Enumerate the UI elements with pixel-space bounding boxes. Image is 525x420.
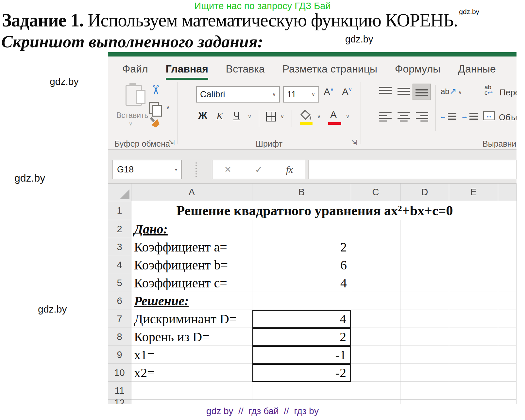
- cell-a11[interactable]: [131, 382, 252, 400]
- cell[interactable]: [351, 346, 400, 364]
- row-header[interactable]: 8: [108, 328, 131, 346]
- name-box-caret[interactable]: ▾: [175, 167, 177, 172]
- cell[interactable]: [498, 364, 517, 382]
- orientation-icon[interactable]: ab↗: [441, 86, 457, 96]
- bold-button[interactable]: Ж: [198, 110, 207, 121]
- chevron-down-icon[interactable]: ∨: [312, 91, 315, 97]
- cell[interactable]: [351, 238, 400, 256]
- cell[interactable]: [498, 238, 517, 256]
- cell[interactable]: [400, 310, 449, 328]
- align-bottom-button-selected[interactable]: [413, 84, 431, 100]
- cell[interactable]: [400, 364, 449, 382]
- copy-dropdown-caret[interactable]: ∨: [166, 105, 170, 110]
- enter-icon[interactable]: ✓: [255, 164, 262, 175]
- wrap-text-icon[interactable]: abc↩: [484, 84, 493, 95]
- cell[interactable]: [449, 220, 498, 238]
- fill-color-caret[interactable]: ∨: [317, 114, 321, 120]
- cell[interactable]: [351, 292, 400, 310]
- increase-font-icon[interactable]: А∧: [324, 86, 334, 97]
- cell[interactable]: [400, 256, 449, 274]
- cell[interactable]: [351, 274, 400, 292]
- font-color-icon[interactable]: А: [330, 109, 337, 120]
- decrease-font-icon[interactable]: А∨: [342, 86, 352, 97]
- cell[interactable]: [351, 310, 400, 328]
- cell[interactable]: [400, 238, 449, 256]
- cell[interactable]: [498, 201, 517, 220]
- cell-a5[interactable]: Коэффициент c=: [131, 274, 252, 292]
- cell[interactable]: [498, 220, 517, 238]
- column-header-d[interactable]: D: [400, 184, 449, 201]
- cell-b9[interactable]: -1: [252, 346, 351, 364]
- cell[interactable]: [449, 310, 498, 328]
- cell[interactable]: [449, 328, 498, 346]
- cut-icon[interactable]: ✂: [149, 85, 162, 95]
- cell[interactable]: [498, 310, 517, 328]
- tab-insert[interactable]: Вставка: [226, 57, 265, 82]
- cell-b5[interactable]: 4: [252, 274, 351, 292]
- row-header[interactable]: 9: [108, 346, 131, 364]
- cell[interactable]: [449, 346, 498, 364]
- paste-button[interactable]: Вставить: [116, 111, 148, 120]
- wrap-text-button[interactable]: Пере: [500, 88, 517, 98]
- cell-b8[interactable]: 2: [252, 328, 351, 346]
- cell[interactable]: [498, 292, 517, 310]
- font-dialog-launcher-icon[interactable]: ⇲: [351, 138, 357, 147]
- copy-icon[interactable]: [149, 102, 159, 114]
- decrease-indent-icon[interactable]: ←: [439, 112, 456, 121]
- cell[interactable]: [400, 292, 449, 310]
- column-header-b[interactable]: B: [252, 184, 351, 201]
- cell[interactable]: [449, 274, 498, 292]
- cell[interactable]: [449, 292, 498, 310]
- align-center-icon[interactable]: [398, 112, 410, 121]
- font-color-caret[interactable]: ∨: [346, 114, 349, 120]
- cell[interactable]: [498, 346, 517, 364]
- column-header-f[interactable]: [498, 184, 517, 201]
- merge-center-button[interactable]: Объе: [499, 112, 517, 122]
- cell[interactable]: [498, 382, 517, 400]
- row-header[interactable]: 10: [108, 364, 131, 382]
- chevron-down-icon[interactable]: ∨: [272, 91, 276, 97]
- cell[interactable]: [351, 382, 400, 400]
- clipboard-dialog-launcher-icon[interactable]: ⇲: [169, 138, 175, 147]
- cell[interactable]: [131, 400, 252, 404]
- cell[interactable]: [351, 220, 400, 238]
- cell[interactable]: [400, 400, 449, 404]
- row-header[interactable]: 1: [108, 201, 131, 220]
- select-all-corner[interactable]: [108, 184, 131, 201]
- cell[interactable]: [449, 256, 498, 274]
- column-header-c[interactable]: C: [351, 184, 400, 201]
- tab-home[interactable]: Главная: [166, 57, 208, 82]
- cell[interactable]: [498, 256, 517, 274]
- font-size-combo[interactable]: 11∨: [283, 86, 319, 103]
- borders-dropdown-caret[interactable]: ∨: [280, 114, 284, 120]
- italic-button[interactable]: К: [216, 110, 223, 121]
- cell[interactable]: [400, 346, 449, 364]
- cell[interactable]: [400, 328, 449, 346]
- increase-indent-icon[interactable]: →: [461, 112, 478, 121]
- cell[interactable]: [252, 400, 351, 404]
- insert-function-icon[interactable]: fx: [286, 164, 293, 175]
- cell[interactable]: [351, 256, 400, 274]
- tab-data[interactable]: Данные: [458, 57, 496, 82]
- fill-color-icon[interactable]: [300, 110, 312, 122]
- align-left-icon[interactable]: [379, 112, 392, 121]
- column-header-e[interactable]: E: [449, 184, 498, 201]
- cell-b3[interactable]: 2: [252, 238, 351, 256]
- cell[interactable]: [498, 328, 517, 346]
- cell[interactable]: [351, 364, 400, 382]
- cell-b4[interactable]: 6: [252, 256, 351, 274]
- column-header-a[interactable]: A: [131, 184, 252, 201]
- cell-a6[interactable]: Решение:: [131, 292, 252, 310]
- row-header[interactable]: 3: [108, 238, 131, 256]
- cell[interactable]: [400, 274, 449, 292]
- cell-a9[interactable]: x1=: [131, 346, 252, 364]
- cell[interactable]: [449, 382, 498, 400]
- underline-dropdown-caret[interactable]: ∨: [248, 114, 251, 120]
- align-top-icon[interactable]: [379, 87, 392, 96]
- borders-icon[interactable]: [266, 112, 276, 121]
- cell-b10[interactable]: -2: [252, 364, 351, 382]
- cell-a2[interactable]: Дано:: [131, 220, 252, 238]
- row-header[interactable]: 11: [108, 382, 131, 400]
- cell[interactable]: [351, 328, 400, 346]
- cell[interactable]: [449, 400, 498, 404]
